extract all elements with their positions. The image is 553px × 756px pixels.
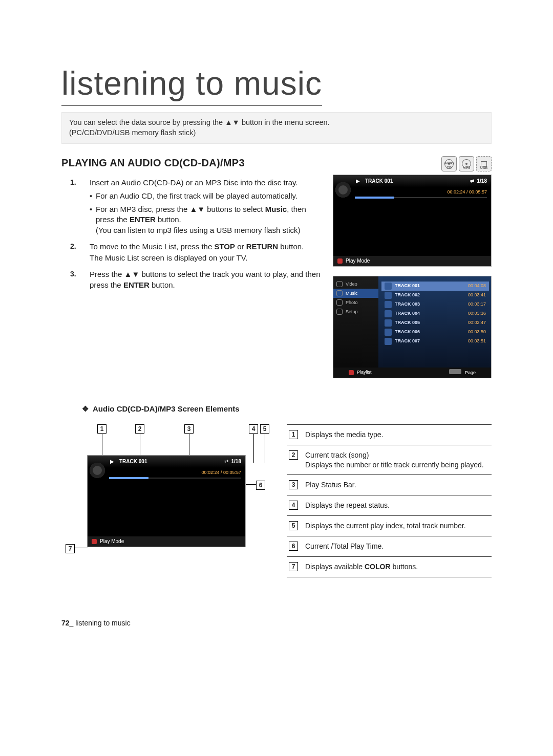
track-row: TRACK 00600:03:50 [381, 328, 489, 337]
track-name: TRACK 003 [395, 301, 468, 307]
track-icon [385, 301, 392, 308]
legend-desc-2b: Displays the number or title track curre… [305, 460, 490, 470]
step-number: 1. [70, 178, 76, 187]
mp3-icon: MP3 [459, 156, 474, 171]
track-icon [385, 292, 392, 299]
intro-text-pre: You can select the data source by pressi… [69, 118, 225, 126]
callout-4: 4 [249, 424, 258, 434]
step-1-bullet-b: For an MP3 disc, press the ▲▼ buttons to… [90, 204, 324, 235]
step-2: 2. To move to the Music List, press the … [90, 242, 324, 264]
track-row: TRACK 00200:03:41 [381, 291, 489, 300]
legend-num-5: 5 [289, 521, 298, 530]
stop-keyword: STOP [214, 242, 235, 251]
legend-num-6: 6 [289, 542, 298, 551]
section-heading: PLAYING AN AUDIO CD(CD-DA)/MP3 [61, 156, 245, 170]
return-keyword: RETURN [246, 242, 279, 251]
legend-row-5: 5 Displays the current play index, total… [287, 516, 492, 536]
red-button-icon [349, 370, 354, 375]
track-name: TRACK 005 [395, 319, 468, 326]
track-row: TRACK 00300:03:17 [381, 300, 489, 309]
progress-bar [355, 197, 487, 198]
enter-keyword: ENTER [130, 215, 156, 224]
step-3: 3. Press the ▲▼ buttons to select the tr… [90, 269, 324, 290]
track-row: TRACK 00700:03:51 [381, 337, 489, 346]
s3-post: button. [150, 280, 175, 289]
video-icon [336, 281, 343, 287]
track-duration: 00:02:47 [468, 319, 486, 326]
legend-desc-5: Displays the current play index, total t… [305, 521, 490, 531]
sidebar-label: Music [346, 290, 358, 296]
play-time: 00:02:24 / 00:05:57 [333, 187, 491, 195]
s1b2-post: button. [156, 215, 181, 224]
intro-line-1: You can select the data source by pressi… [69, 118, 484, 128]
player-screenshot: ▶ TRACK 001 ⇄ 1/18 00:02:24 / 00:05:57 P… [333, 175, 492, 267]
setup-icon [336, 309, 343, 315]
legend-row-6: 6 Current /Total Play Time. [287, 536, 492, 557]
track-icon [385, 338, 392, 345]
legend-row-1: 1 Displays the media type. [287, 424, 492, 445]
current-track: TRACK 001 [365, 178, 393, 185]
callout-6-wrap: 6 [256, 480, 265, 490]
track-duration: 00:03:50 [468, 329, 486, 335]
step-number: 3. [70, 269, 76, 279]
play-time: 00:02:24 / 00:05:57 [88, 468, 245, 476]
track-row: TRACK 00100:04:08 [381, 282, 489, 291]
play-index: 1/18 [231, 458, 241, 465]
track-name: TRACK 004 [395, 310, 468, 316]
legend-row-7: 7 Displays available COLOR buttons. [287, 557, 492, 577]
repeat-icon: ⇄ [470, 178, 474, 185]
intro-line-2: (PC/CD/DVD/USB memory flash stick) [69, 128, 484, 138]
play-icon: ▶ [110, 458, 114, 465]
up-down-arrows-icon: ▲▼ [189, 205, 205, 213]
step-1-text: Insert an Audio CD(CD-DA) or an MP3 Disc… [90, 178, 298, 187]
legend-num-3: 3 [289, 480, 298, 489]
play-index: 1/18 [477, 178, 487, 185]
track-duration: 00:03:51 [468, 338, 486, 344]
callout-1: 1 [97, 424, 107, 434]
track-duration: 00:03:17 [468, 301, 486, 307]
music-icon [336, 290, 343, 296]
page-number: 72 [61, 619, 70, 627]
track-icon [385, 310, 392, 317]
diamond-icon: ❖ [82, 404, 89, 413]
repeat-icon: ⇄ [224, 458, 228, 465]
usb-icon: USB [476, 156, 492, 171]
media-icons: Audio CD MP3 USB [441, 156, 492, 171]
track-icon [385, 329, 392, 336]
sidebar-item-music: Music [333, 289, 378, 298]
track-name: TRACK 001 [395, 283, 468, 289]
up-down-arrows-icon: ▲▼ [124, 270, 140, 278]
player-screenshot-annotated: ▶ TRACK 001 ⇄ 1/18 00:02:24 / 00:05:57 P… [87, 455, 246, 547]
disc-icon [90, 463, 105, 478]
sidebar-item-setup: Setup [333, 307, 378, 316]
sidebar-item-video: Video [333, 279, 378, 289]
audio-cd-label: Audio CD [442, 161, 456, 170]
disc-icon [335, 182, 351, 198]
callout-7: 7 [66, 544, 75, 553]
track-icon [385, 283, 392, 290]
legend-num-4: 4 [289, 501, 298, 510]
legend-desc-7-post: buttons. [391, 563, 418, 571]
callout-2: 2 [135, 424, 144, 434]
track-row: TRACK 00400:03:36 [381, 309, 489, 318]
play-mode-label: Play Mode [100, 538, 124, 545]
track-duration: 00:04:08 [468, 283, 486, 289]
track-duration: 00:03:41 [468, 292, 486, 298]
track-duration: 00:03:36 [468, 310, 486, 316]
page-title: listening to music [61, 61, 322, 106]
legend-num-1: 1 [289, 430, 298, 439]
legend-row-3: 3 Play Status Bar. [287, 475, 492, 495]
legend-desc-3: Play Status Bar. [305, 480, 490, 490]
footer-label: listening to music [75, 619, 130, 627]
page-label: Page [465, 370, 476, 375]
instruction-steps: 1. Insert an Audio CD(CD-DA) or an MP3 D… [61, 178, 324, 290]
legend-row-2: 2 Current track (song) Displays the numb… [287, 445, 492, 476]
sidebar-label: Photo [346, 299, 358, 306]
legend-row-4: 4 Displays the repeat status. [287, 495, 492, 516]
red-button-icon [92, 539, 97, 544]
legend-desc-1: Displays the media type. [305, 430, 490, 440]
step-1-bullet-a: For an Audio CD, the first track will be… [90, 191, 324, 201]
track-name: TRACK 006 [395, 329, 468, 335]
usb-label: USB [477, 165, 491, 170]
sidebar-label: Video [346, 281, 357, 287]
